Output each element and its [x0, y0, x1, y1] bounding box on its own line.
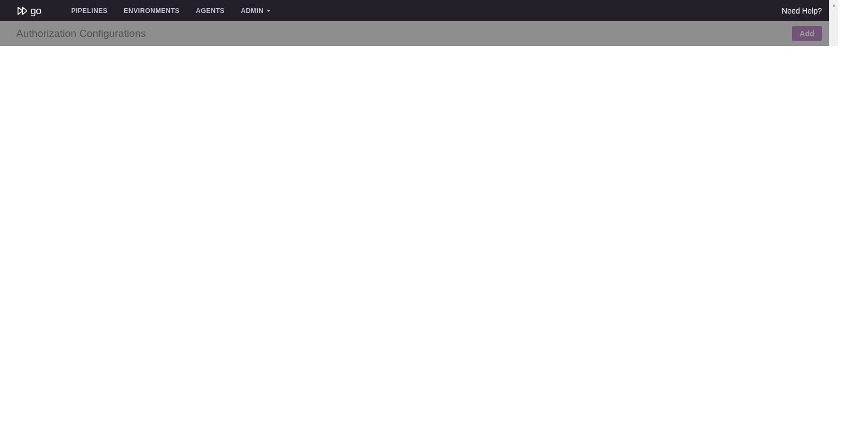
modal-overlay[interactable] [0, 21, 838, 46]
nav-admin[interactable]: ADMIN [241, 7, 271, 15]
nav-items: PIPELINES ENVIRONMENTS AGENTS ADMIN [71, 7, 271, 15]
top-nav: go PIPELINES ENVIRONMENTS AGENTS ADMIN N… [0, 0, 838, 21]
window-scrollbar[interactable]: ▴ ▾ [829, 0, 838, 46]
scroll-up-icon[interactable]: ▴ [829, 0, 838, 9]
nav-environments[interactable]: ENVIRONMENTS [124, 7, 180, 15]
need-help-link[interactable]: Need Help? [782, 7, 822, 15]
logo[interactable]: go [16, 5, 41, 17]
logo-text: go [30, 5, 41, 17]
nav-agents[interactable]: AGENTS [196, 7, 225, 15]
nav-pipelines[interactable]: PIPELINES [71, 7, 107, 15]
chevron-down-icon [266, 10, 271, 12]
logo-icon [16, 5, 27, 16]
